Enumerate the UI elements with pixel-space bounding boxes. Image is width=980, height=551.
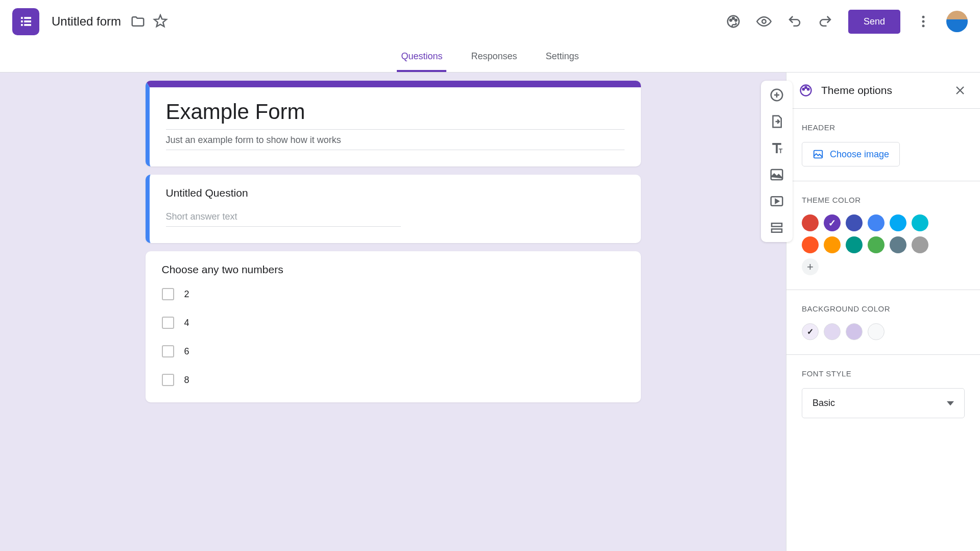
tab-responses[interactable]: Responses	[467, 43, 521, 72]
svg-point-12	[922, 20, 925, 23]
avatar[interactable]	[946, 11, 968, 32]
add-image-icon[interactable]	[769, 166, 785, 183]
theme-color-swatch[interactable]	[846, 236, 863, 253]
theme-panel-title: Theme options	[821, 84, 944, 97]
svg-rect-19	[772, 229, 782, 232]
form-description[interactable]: Just an example form to show how it work…	[166, 135, 625, 150]
svg-rect-0	[21, 17, 23, 19]
title-card[interactable]: Example Form Just an example form to sho…	[146, 81, 641, 166]
choose-image-label: Choose image	[830, 149, 889, 160]
svg-rect-5	[24, 24, 31, 26]
svg-rect-1	[24, 17, 31, 19]
bg-color-swatch[interactable]	[846, 323, 863, 340]
svg-point-11	[922, 16, 925, 18]
add-color-button[interactable]: +	[802, 258, 819, 275]
checkbox-icon[interactable]	[162, 345, 174, 357]
tabs: Questions Responses Settings	[0, 43, 980, 73]
header-actions: Send	[726, 10, 968, 34]
checkbox-label: 2	[184, 289, 189, 300]
form-container: Example Form Just an example form to sho…	[146, 81, 641, 411]
theme-panel: Theme options HEADER Choose image THEME …	[786, 73, 980, 551]
more-icon[interactable]	[916, 14, 931, 29]
bg-color-swatch[interactable]	[802, 323, 819, 340]
import-questions-icon[interactable]	[769, 113, 785, 130]
question-toolbar: T	[761, 81, 793, 242]
checkbox-option[interactable]: 4	[162, 317, 625, 329]
theme-color-swatch[interactable]	[824, 214, 841, 231]
theme-color-swatch[interactable]	[912, 236, 928, 253]
theme-color-swatch[interactable]	[890, 236, 906, 253]
choose-image-button[interactable]: Choose image	[802, 142, 900, 166]
redo-icon[interactable]	[818, 14, 833, 29]
add-section-icon[interactable]	[769, 220, 785, 236]
font-style-section: FONT STYLE Basic	[786, 355, 980, 433]
svg-point-7	[730, 19, 732, 21]
theme-color-swatch[interactable]	[802, 236, 819, 253]
theme-panel-header: Theme options	[786, 73, 980, 109]
chevron-down-icon	[947, 400, 954, 407]
palette-icon	[799, 83, 813, 98]
svg-point-10	[762, 19, 766, 23]
canvas: Example Form Just an example form to sho…	[0, 73, 786, 551]
theme-color-swatch[interactable]	[846, 214, 863, 231]
checkbox-label: 4	[184, 318, 189, 328]
forms-logo[interactable]	[12, 8, 39, 35]
add-video-icon[interactable]	[769, 193, 785, 209]
svg-point-23	[807, 88, 809, 90]
theme-color-section: THEME COLOR +	[786, 181, 980, 290]
theme-color-grid: +	[802, 214, 935, 275]
app-header: Untitled form Send	[0, 0, 980, 43]
svg-point-8	[732, 17, 734, 19]
question-title[interactable]: Untitled Question	[166, 187, 625, 199]
add-question-icon[interactable]	[769, 87, 785, 103]
bg-color-grid	[802, 323, 965, 340]
theme-color-swatch[interactable]	[890, 214, 906, 231]
close-icon[interactable]	[952, 83, 968, 98]
add-title-icon[interactable]: T	[769, 140, 785, 156]
checkbox-option[interactable]: 6	[162, 345, 625, 357]
star-icon[interactable]	[153, 14, 168, 29]
checkbox-icon[interactable]	[162, 288, 174, 300]
section-label: FONT STYLE	[802, 369, 965, 378]
theme-color-swatch[interactable]	[912, 214, 928, 231]
question-card-2[interactable]: Choose any two numbers 2 4 6	[146, 251, 641, 402]
theme-color-swatch[interactable]	[868, 236, 885, 253]
checkbox-option[interactable]: 2	[162, 288, 625, 300]
folder-icon[interactable]	[130, 14, 146, 29]
main: Example Form Just an example form to sho…	[0, 73, 980, 551]
svg-rect-18	[772, 223, 782, 226]
document-title[interactable]: Untitled form	[52, 14, 121, 29]
checkbox-option[interactable]: 8	[162, 374, 625, 386]
image-icon	[812, 149, 824, 160]
theme-color-swatch[interactable]	[868, 214, 885, 231]
section-label: THEME COLOR	[802, 196, 965, 204]
bg-color-swatch[interactable]	[824, 323, 841, 340]
background-color-section: BACKGROUND COLOR	[786, 290, 980, 355]
preview-icon[interactable]	[756, 14, 772, 29]
theme-header-section: HEADER Choose image	[786, 109, 980, 181]
svg-rect-4	[21, 24, 23, 26]
svg-point-13	[922, 25, 925, 27]
font-style-value: Basic	[812, 398, 835, 409]
tab-settings[interactable]: Settings	[542, 43, 583, 72]
svg-point-22	[805, 86, 807, 88]
section-label: HEADER	[802, 123, 965, 132]
checkbox-icon[interactable]	[162, 317, 174, 329]
undo-icon[interactable]	[787, 14, 802, 29]
svg-rect-3	[24, 20, 31, 22]
theme-color-swatch[interactable]	[824, 236, 841, 253]
form-heading[interactable]: Example Form	[166, 100, 625, 130]
theme-color-swatch[interactable]	[802, 214, 819, 231]
svg-text:T: T	[779, 148, 783, 155]
bg-color-swatch[interactable]	[868, 323, 885, 340]
checkbox-label: 6	[184, 346, 189, 357]
checkbox-icon[interactable]	[162, 374, 174, 386]
section-label: BACKGROUND COLOR	[802, 304, 965, 313]
send-button[interactable]: Send	[848, 10, 900, 34]
question-title[interactable]: Choose any two numbers	[162, 263, 625, 276]
palette-icon[interactable]	[726, 14, 741, 29]
question-card-1[interactable]: Untitled Question Short answer text	[146, 175, 641, 243]
tab-questions[interactable]: Questions	[397, 43, 446, 72]
font-style-select[interactable]: Basic	[802, 388, 965, 418]
svg-point-9	[735, 19, 737, 21]
